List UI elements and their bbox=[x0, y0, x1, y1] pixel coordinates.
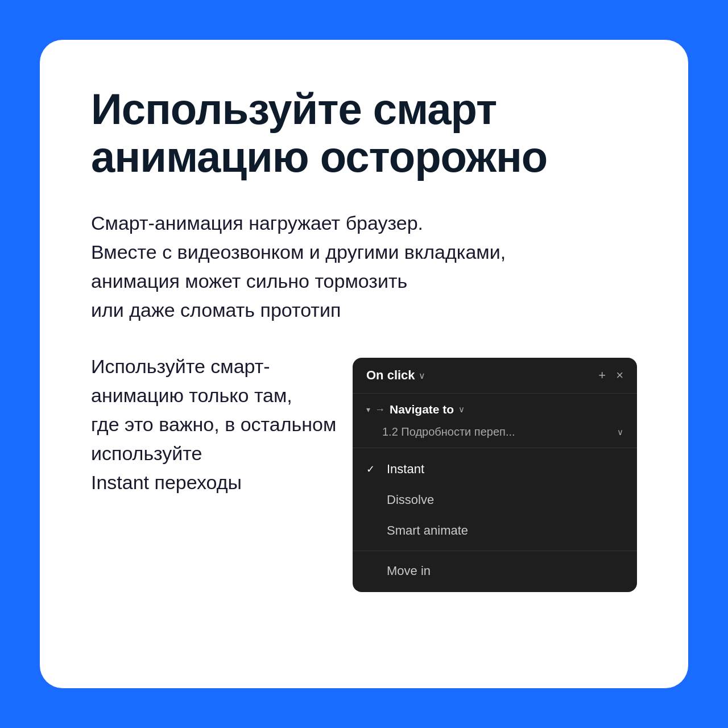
page-title: Используйте смарт анимацию осторожно bbox=[91, 85, 637, 180]
menu-item-smart-animate[interactable]: Smart animate bbox=[353, 515, 637, 546]
trigger-chevron-icon: ∨ bbox=[419, 370, 425, 381]
bottom-section: Используйте смарт-анимацию только там, г… bbox=[91, 352, 637, 592]
smart-animate-label: Smart animate bbox=[387, 523, 468, 538]
body2-line2: где это важно, в остальном используйте bbox=[91, 410, 353, 468]
body2-line1: Используйте смарт-анимацию только там, bbox=[91, 352, 353, 410]
body-text-2: Используйте смарт-анимацию только там, г… bbox=[91, 352, 353, 497]
panel-header: On click ∨ + × bbox=[353, 358, 637, 394]
menu-item-move-in[interactable]: Move in bbox=[353, 556, 637, 586]
close-button[interactable]: × bbox=[616, 368, 623, 383]
checkmark-icon: ✓ bbox=[366, 463, 378, 475]
main-card: Используйте смарт анимацию осторожно Сма… bbox=[40, 40, 688, 688]
menu-divider bbox=[353, 551, 637, 551]
figma-panel: On click ∨ + × ▾ → Navigate to ∨ 1.2 Под… bbox=[353, 358, 637, 592]
dissolve-label: Dissolve bbox=[387, 493, 434, 507]
text-part: Используйте смарт-анимацию только там, г… bbox=[91, 352, 353, 497]
destination-row[interactable]: 1.2 Подробности переп... ∨ bbox=[353, 421, 637, 448]
animation-menu: ✓ Instant Dissolve Smart animate Move in bbox=[353, 448, 637, 592]
trigger-label: On click bbox=[366, 368, 415, 383]
menu-item-instant[interactable]: ✓ Instant bbox=[353, 454, 637, 485]
body-text-1: Смарт-анимация нагружает браузер. Вместе… bbox=[91, 209, 637, 325]
collapse-icon: ▾ bbox=[366, 405, 370, 414]
panel-header-right: + × bbox=[598, 368, 623, 383]
navigate-row: ▾ → Navigate to ∨ bbox=[353, 394, 637, 421]
navigate-chevron-icon: ∨ bbox=[458, 404, 465, 415]
menu-item-dissolve[interactable]: Dissolve bbox=[353, 485, 637, 515]
body2-line3: Instant переходы bbox=[91, 468, 353, 497]
arrow-right-icon: → bbox=[375, 404, 385, 416]
panel-header-left: On click ∨ bbox=[366, 368, 425, 383]
destination-chevron-icon: ∨ bbox=[617, 427, 623, 437]
navigate-label: Navigate to bbox=[390, 403, 454, 416]
move-in-label: Move in bbox=[387, 564, 431, 578]
instant-label: Instant bbox=[387, 462, 424, 477]
add-button[interactable]: + bbox=[598, 368, 606, 383]
destination-label: 1.2 Подробности переп... bbox=[382, 425, 515, 439]
